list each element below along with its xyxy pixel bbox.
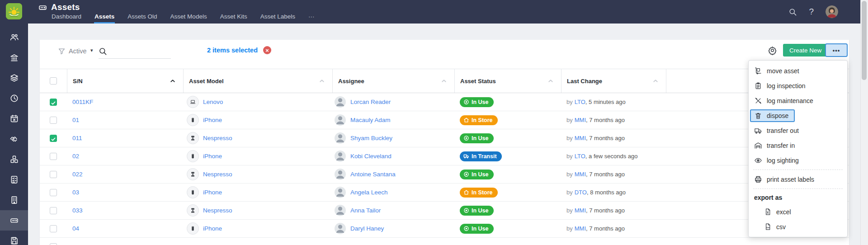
- row-checkbox[interactable]: [50, 135, 57, 142]
- change-user-link[interactable]: DTO: [575, 189, 587, 196]
- sort-chevron-icon[interactable]: [652, 78, 659, 84]
- search-icon[interactable]: [788, 8, 797, 16]
- menu-item-log-maintenance[interactable]: log maintenance: [749, 93, 847, 108]
- change-user-link[interactable]: MMI: [575, 117, 586, 123]
- table-search-icon[interactable]: [99, 47, 107, 56]
- model-link[interactable]: iPhone: [203, 117, 222, 123]
- column-header-asset-status[interactable]: Asset Status: [454, 69, 561, 93]
- filter-dropdown[interactable]: Active: [69, 47, 87, 55]
- app-logo-sunrise-icon[interactable]: [6, 3, 22, 19]
- change-user-link[interactable]: LTO: [575, 99, 585, 105]
- select-all-checkbox[interactable]: [50, 77, 57, 85]
- tab-dashboard[interactable]: Dashboard: [51, 13, 82, 24]
- sidebar-item-bank[interactable]: [0, 47, 28, 68]
- model-link[interactable]: Nespresso: [203, 135, 232, 141]
- model-link[interactable]: Nespresso: [203, 171, 232, 178]
- menu-item-excel[interactable]: excel: [749, 204, 847, 219]
- sidebar-item-layers[interactable]: [0, 68, 28, 88]
- sidebar-item-checklist[interactable]: [0, 170, 28, 190]
- column-header-last-change[interactable]: Last Change: [561, 69, 666, 93]
- assignee-link[interactable]: Macauly Adam: [350, 117, 391, 123]
- menu-item-move-asset[interactable]: move asset: [749, 63, 847, 78]
- status-badge: In Use: [460, 206, 494, 216]
- change-user-link[interactable]: MMI: [575, 207, 586, 214]
- assignee-link[interactable]: Angela Leech: [350, 189, 388, 196]
- tab-asset-models[interactable]: Asset Models: [170, 13, 208, 24]
- serial-link[interactable]: 02: [72, 153, 79, 160]
- user-avatar[interactable]: [826, 5, 838, 18]
- model-link[interactable]: iPhone: [203, 153, 222, 160]
- model-link[interactable]: Lenovo: [203, 99, 223, 105]
- row-checkbox[interactable]: [50, 153, 57, 160]
- menu-item-print-asset-labels[interactable]: print asset labels: [749, 172, 847, 187]
- page-scrollbar[interactable]: [860, 0, 868, 245]
- sidebar-item-calendar-x[interactable]: [0, 108, 28, 129]
- menu-item-csv[interactable]: csvcsv: [749, 219, 847, 234]
- menu-item-dispose[interactable]: dispose: [749, 108, 847, 123]
- sidebar-item-handshake[interactable]: [0, 129, 28, 149]
- menu-item-log-sighting[interactable]: log sighting: [749, 153, 847, 168]
- assignee-link[interactable]: Lorcan Reader: [350, 99, 391, 105]
- sort-chevron-icon[interactable]: [547, 78, 554, 84]
- menu-item-log-inspection[interactable]: log inspection: [749, 78, 847, 93]
- tab-assets-old[interactable]: Assets Old: [127, 13, 157, 24]
- sort-asc-icon[interactable]: [170, 78, 176, 84]
- sort-chevron-icon[interactable]: [441, 78, 447, 84]
- row-checkbox[interactable]: [50, 243, 57, 245]
- row-checkbox[interactable]: [50, 225, 57, 232]
- model-link[interactable]: Nespresso: [203, 207, 232, 214]
- tab-item[interactable]: ···: [308, 13, 315, 24]
- search-input[interactable]: [107, 48, 171, 55]
- row-checkbox[interactable]: [50, 117, 57, 124]
- serial-link[interactable]: 01: [72, 117, 79, 123]
- tab-assets[interactable]: Assets: [94, 13, 115, 24]
- sidebar-item-cubes[interactable]: [0, 149, 28, 170]
- serial-link[interactable]: 04: [72, 225, 79, 232]
- row-checkbox[interactable]: [50, 189, 57, 196]
- column-header-s-n[interactable]: S/N: [67, 69, 183, 93]
- assignee-link[interactable]: Anna Tailor: [350, 207, 381, 214]
- change-user-link[interactable]: MMI: [575, 225, 586, 232]
- sidebar-item-clock[interactable]: [0, 88, 28, 108]
- gear-icon[interactable]: [768, 46, 777, 55]
- more-actions-button[interactable]: •••: [825, 43, 848, 57]
- menu-item-transfer-in[interactable]: transfer in: [749, 138, 847, 153]
- row-checkbox[interactable]: [50, 171, 57, 178]
- column-header-assignee[interactable]: Assignee: [332, 69, 454, 93]
- help-icon[interactable]: ?: [809, 7, 814, 17]
- assignee-link[interactable]: Antoine Santana: [350, 171, 396, 178]
- serial-link[interactable]: 03: [72, 189, 79, 196]
- change-user-link[interactable]: MMI: [575, 135, 586, 141]
- row-checkbox[interactable]: [50, 207, 57, 214]
- sort-chevron-icon[interactable]: [319, 78, 325, 84]
- column-header-asset-model[interactable]: Asset Model: [183, 69, 332, 93]
- serial-link[interactable]: 0011KF: [72, 99, 93, 105]
- serial-link[interactable]: 022: [72, 171, 83, 178]
- assignee-link[interactable]: Shyam Buckley: [350, 135, 392, 141]
- row-checkbox[interactable]: [50, 99, 57, 106]
- sidebar-item-assets[interactable]: [0, 210, 28, 231]
- assignee-link[interactable]: Daryl Haney: [350, 225, 384, 232]
- serial-link[interactable]: 033: [72, 207, 83, 214]
- sidebar-item-users[interactable]: [0, 27, 28, 47]
- status-badge: In Store: [460, 115, 498, 125]
- assignee-link[interactable]: Kobi Cleveland: [350, 153, 392, 160]
- model-cell: iPhone: [183, 186, 332, 198]
- sidebar-item-save[interactable]: [0, 231, 28, 245]
- change-user-link[interactable]: MMI: [575, 171, 586, 178]
- sidebar-item-building[interactable]: [0, 190, 28, 210]
- menu-item-transfer-out[interactable]: transfer out: [749, 123, 847, 138]
- change-user-link[interactable]: LTO: [575, 153, 585, 160]
- tab-asset-kits[interactable]: Asset Kits: [220, 13, 248, 24]
- status-cell: In Store: [454, 115, 561, 125]
- serial-link[interactable]: 011: [72, 135, 82, 141]
- clear-selection-icon[interactable]: ×: [263, 46, 271, 54]
- scrollbar-thumb[interactable]: [862, 1, 867, 80]
- tab-asset-labels[interactable]: Asset Labels: [260, 13, 296, 24]
- status-cell: In Use: [454, 170, 561, 179]
- filter-caret-icon[interactable]: ▾: [90, 47, 93, 53]
- model-link[interactable]: iPhone: [203, 225, 222, 232]
- filter-funnel-icon[interactable]: [58, 47, 66, 55]
- model-link[interactable]: iPhone: [203, 189, 222, 196]
- create-new-button[interactable]: Create New: [783, 44, 828, 57]
